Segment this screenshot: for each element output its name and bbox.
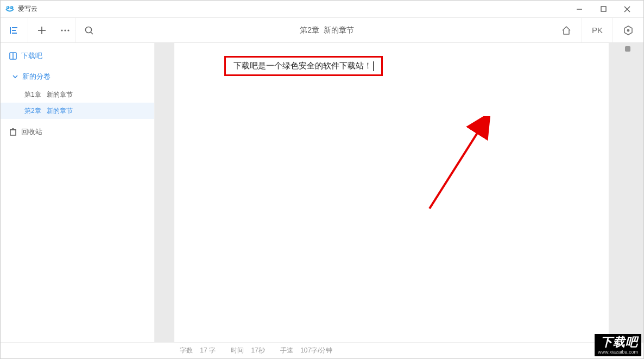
chevron-down-icon	[12, 74, 18, 79]
close-icon	[624, 6, 630, 12]
pk-label: PK	[592, 26, 603, 35]
toolbar: 第2章 新的章节 PK	[1, 18, 643, 43]
svg-line-26	[430, 123, 484, 209]
scrollbar-thumb[interactable]	[625, 46, 630, 52]
editor-page[interactable]: 下载吧是一个绿色安全的软件下载站！	[174, 43, 609, 342]
svg-point-17	[86, 27, 92, 33]
sidebar-chapter-1[interactable]: 第1章 新的章节	[1, 86, 154, 103]
chapter-title-display: 第2章 新的章节	[103, 18, 551, 42]
watermark: 下载吧 www.xiazaiba.com	[595, 334, 641, 356]
close-button[interactable]	[615, 1, 639, 18]
minimize-button[interactable]	[567, 1, 591, 18]
home-icon	[561, 25, 572, 36]
svg-point-1	[10, 6, 14, 9]
annotation-arrow	[424, 116, 495, 214]
trash-icon	[8, 128, 18, 136]
svg-line-18	[91, 32, 93, 34]
status-time: 时间 17秒	[231, 346, 265, 355]
chapter-label: 新的章节	[47, 90, 73, 99]
chapter-number: 第2章	[300, 26, 319, 35]
book-icon	[8, 52, 18, 60]
chapter-num: 第1章	[24, 90, 41, 99]
hex-icon	[623, 25, 634, 36]
chapter-label: 新的章节	[47, 106, 73, 116]
minimize-icon	[576, 6, 583, 12]
outline-icon	[9, 25, 20, 36]
sidebar-book[interactable]: 下载吧	[1, 46, 154, 66]
ellipsis-icon	[60, 29, 70, 32]
home-button[interactable]	[551, 18, 582, 42]
app-window: 爱写云 第2章 新的章节	[0, 0, 644, 359]
titlebar: 爱写云	[1, 1, 643, 18]
volume-label: 新的分卷	[22, 72, 50, 81]
app-logo-icon	[5, 4, 15, 14]
svg-point-20	[627, 29, 630, 32]
svg-point-16	[67, 29, 69, 31]
app-title: 爱写云	[18, 4, 37, 14]
sidebar-volume[interactable]: 新的分卷	[1, 67, 154, 86]
editor-left-gutter	[155, 43, 174, 342]
maximize-button[interactable]	[591, 1, 615, 18]
svg-rect-23	[10, 130, 16, 135]
more-button[interactable]	[55, 18, 75, 42]
status-speed: 手速 107字/分钟	[280, 346, 333, 355]
sidebar-chapter-2[interactable]: 第2章 新的章节	[1, 103, 154, 119]
outline-toggle-button[interactable]	[1, 18, 28, 42]
add-button[interactable]	[28, 18, 55, 42]
highlighted-text-box: 下载吧是一个绿色安全的软件下载站！	[224, 56, 383, 76]
svg-point-0	[7, 6, 10, 9]
svg-point-2	[7, 7, 8, 8]
pk-button[interactable]: PK	[582, 18, 613, 42]
book-label: 下载吧	[21, 51, 42, 61]
search-icon	[84, 26, 94, 35]
trash-label: 回收站	[21, 127, 42, 137]
status-wordcount: 字数 17 字	[180, 346, 216, 355]
editor-text: 下载吧是一个绿色安全的软件下载站！	[233, 61, 372, 71]
maximize-icon	[601, 6, 607, 12]
plus-icon	[37, 26, 47, 35]
svg-rect-5	[601, 7, 606, 11]
settings-button[interactable]	[613, 18, 643, 42]
svg-point-15	[64, 29, 66, 31]
main-body: 下载吧 新的分卷 第1章 新的章节 第2章 新的章节	[1, 43, 643, 342]
sidebar: 下载吧 新的分卷 第1章 新的章节 第2章 新的章节	[1, 43, 155, 342]
editor-area: 下载吧是一个绿色安全的软件下载站！	[155, 43, 643, 342]
sidebar-trash[interactable]: 回收站	[1, 122, 154, 142]
chapter-name: 新的章节	[324, 26, 354, 35]
watermark-url: www.xiazaiba.com	[598, 349, 638, 355]
text-cursor	[373, 61, 374, 71]
watermark-title: 下载吧	[598, 335, 638, 349]
chapter-num: 第2章	[24, 106, 41, 116]
search-button[interactable]	[75, 18, 103, 42]
svg-point-14	[61, 29, 62, 31]
editor-right-gutter	[609, 43, 643, 342]
svg-point-3	[11, 7, 12, 8]
statusbar: 字数 17 字 时间 17秒 手速 107字/分钟	[1, 342, 643, 358]
